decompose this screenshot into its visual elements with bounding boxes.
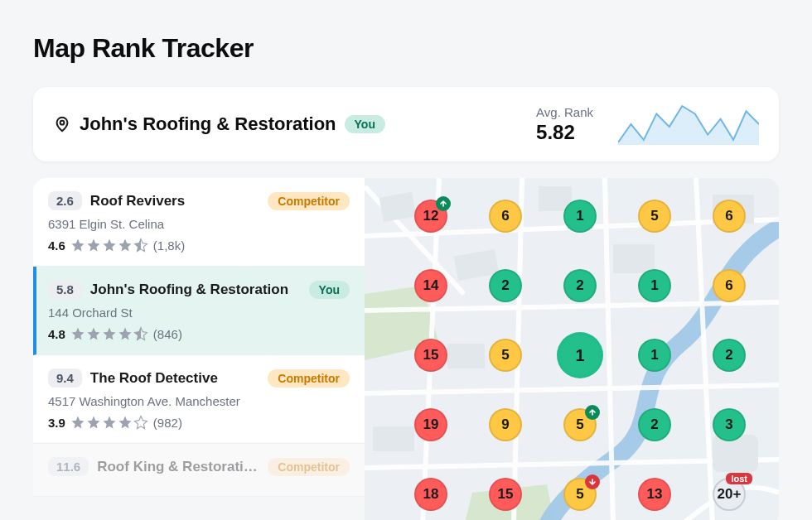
rank-number: 1 — [575, 346, 584, 365]
map-rank-node[interactable]: 20+lost — [713, 478, 746, 511]
rating-value: 4.6 — [48, 238, 65, 253]
rank-number: 6 — [501, 208, 509, 224]
rank-number: 18 — [423, 486, 439, 503]
review-count: (982) — [153, 416, 182, 430]
trend-sparkline — [618, 104, 759, 145]
rank-number: 2 — [725, 347, 732, 364]
rank-pill: 11.6 — [48, 457, 89, 476]
list-item[interactable]: 5.8John's Roofing & RestorationYou144 Or… — [33, 267, 365, 355]
rank-number: 6 — [725, 208, 732, 224]
rank-pill: 9.4 — [48, 368, 82, 388]
business-name: The Roof Detective — [90, 370, 259, 387]
rank-number: 5 — [501, 347, 509, 364]
you-badge: You — [309, 281, 350, 299]
svg-rect-10 — [373, 426, 414, 451]
rank-number: 5 — [576, 416, 583, 433]
address: 6391 Elgin St. Celina — [48, 217, 350, 231]
map-rank-node[interactable]: 9 — [489, 408, 522, 441]
trend-down-icon — [585, 474, 600, 489]
competitor-badge: Competitor — [268, 192, 350, 210]
you-badge: You — [345, 115, 385, 133]
lost-badge: lost — [726, 473, 752, 484]
rank-number: 5 — [576, 486, 583, 503]
review-count: (846) — [153, 327, 182, 341]
rank-number: 1 — [650, 277, 658, 294]
map-rank-node[interactable]: 2 — [713, 339, 746, 372]
rating-row: 4.6(1,8k) — [48, 238, 350, 253]
rank-pill: 5.8 — [48, 280, 82, 299]
map-rank-node[interactable]: 13 — [638, 478, 671, 511]
svg-point-0 — [60, 121, 65, 125]
summary-card: John's Roofing & Restoration You Avg. Ra… — [33, 87, 779, 161]
trend-up-icon — [585, 405, 600, 420]
rank-number: 2 — [650, 416, 658, 433]
list-item[interactable]: 2.6Roof ReviversCompetitor6391 Elgin St.… — [33, 178, 365, 267]
avg-rank-block: Avg. Rank 5.82 — [536, 105, 593, 144]
map-rank-node[interactable]: 14 — [414, 269, 447, 302]
svg-rect-11 — [713, 435, 758, 472]
rank-number: 6 — [725, 277, 732, 294]
rank-map[interactable]: 126156142216155112199523181551320+lost — [365, 178, 779, 520]
map-rank-node[interactable]: 6 — [489, 200, 522, 233]
map-rank-node[interactable]: 2 — [563, 269, 597, 302]
map-rank-node[interactable]: 1 — [638, 339, 671, 372]
map-rank-node[interactable]: 6 — [713, 200, 746, 233]
rank-number: 15 — [423, 347, 439, 364]
star-rating-icon — [70, 326, 148, 341]
business-name: John's Roofing & Restoration — [90, 282, 301, 298]
rank-pill: 2.6 — [48, 191, 82, 210]
rank-number: 15 — [498, 486, 514, 503]
rating-row: 3.9(982) — [48, 415, 350, 430]
rank-number: 14 — [423, 277, 439, 294]
rating-value: 3.9 — [48, 416, 65, 430]
map-rank-node[interactable]: 2 — [489, 269, 522, 302]
competitor-list: 2.6Roof ReviversCompetitor6391 Elgin St.… — [33, 178, 365, 520]
svg-rect-7 — [613, 244, 655, 273]
business-name: Roof King & Restoration — [97, 459, 259, 475]
map-rank-node[interactable]: 1 — [557, 332, 603, 378]
list-item[interactable]: 11.6Roof King & RestorationCompetitor — [33, 444, 365, 497]
rank-number: 3 — [725, 416, 732, 433]
page-title: Map Rank Tracker — [33, 33, 779, 64]
rank-number: 1 — [650, 347, 658, 364]
map-rank-node[interactable]: 15 — [414, 339, 447, 372]
rank-number: 5 — [650, 208, 658, 224]
rank-number: 9 — [501, 416, 509, 433]
trend-up-icon — [436, 196, 451, 211]
rank-number: 20+ — [718, 486, 742, 503]
address: 4517 Washington Ave. Manchester — [48, 394, 350, 408]
address: 144 Orchard St — [48, 306, 350, 320]
map-rank-node[interactable]: 19 — [414, 408, 447, 441]
map-rank-node[interactable]: 15 — [489, 478, 522, 511]
rating-value: 4.8 — [48, 327, 65, 341]
map-rank-node[interactable]: 3 — [713, 408, 746, 441]
svg-rect-9 — [447, 344, 485, 368]
rank-number: 13 — [647, 486, 663, 503]
map-rank-node[interactable]: 1 — [638, 269, 671, 302]
business-name: Roof Revivers — [90, 193, 259, 209]
competitor-badge: Competitor — [268, 458, 350, 476]
map-rank-node[interactable]: 1 — [563, 200, 597, 233]
map-rank-node[interactable]: 5 — [638, 200, 671, 233]
map-rank-node[interactable]: 5 — [489, 339, 522, 372]
map-rank-node[interactable]: 12 — [414, 200, 447, 233]
list-item[interactable]: 9.4The Roof DetectiveCompetitor4517 Wash… — [33, 355, 365, 444]
competitor-badge: Competitor — [268, 369, 350, 388]
rating-row: 4.8(846) — [48, 326, 350, 341]
review-count: (1,8k) — [153, 238, 185, 253]
map-rank-node[interactable]: 2 — [638, 408, 671, 441]
map-rank-node[interactable]: 5 — [563, 478, 597, 511]
rank-number: 19 — [423, 416, 439, 433]
map-rank-node[interactable]: 18 — [414, 478, 447, 511]
rank-number: 12 — [423, 208, 439, 224]
avg-rank-value: 5.82 — [536, 121, 593, 144]
rank-number: 1 — [576, 208, 583, 224]
business-name: John's Roofing & Restoration — [80, 113, 336, 135]
map-rank-node[interactable]: 5 — [563, 408, 597, 441]
location-pin-icon — [53, 115, 71, 133]
rank-number: 2 — [576, 277, 583, 294]
map-rank-node[interactable]: 6 — [713, 269, 746, 302]
rank-number: 2 — [501, 277, 509, 294]
star-rating-icon — [70, 238, 148, 253]
star-rating-icon — [70, 415, 148, 430]
